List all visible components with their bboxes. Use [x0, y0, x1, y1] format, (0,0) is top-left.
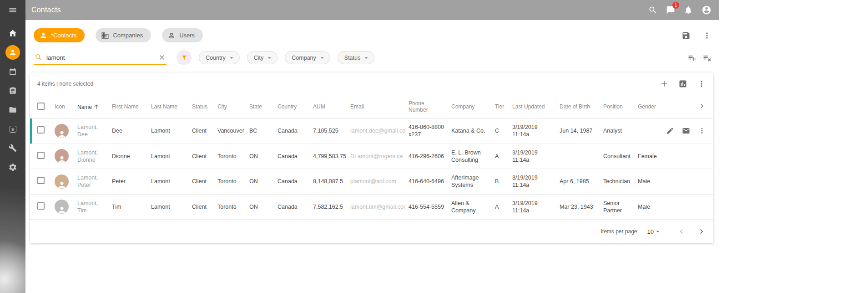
cell-company: Katana & Co. — [448, 118, 491, 144]
search-input[interactable] — [46, 54, 155, 61]
search-icon — [35, 53, 43, 62]
cell-city: Vancouver — [214, 118, 246, 144]
clear-filters-icon[interactable] — [702, 53, 712, 62]
col-email[interactable]: Email — [347, 95, 405, 118]
chevron-down-icon — [228, 54, 235, 62]
col-city[interactable]: City — [214, 95, 246, 118]
table-row[interactable]: Lamont, Dionne Dionne Lamont Client Toro… — [30, 144, 713, 169]
five-icon: 5 — [10, 126, 16, 133]
tabs-more-icon[interactable] — [702, 31, 712, 40]
email-icon[interactable] — [682, 127, 690, 135]
clear-search-icon[interactable] — [158, 54, 166, 61]
sidebar-nav: 5 — [5, 26, 20, 175]
tab-companies[interactable]: Companies — [96, 28, 151, 42]
col-last-updated[interactable]: Last Updated — [509, 95, 556, 118]
menu-icon[interactable] — [0, 0, 25, 20]
row-checkbox[interactable] — [37, 177, 45, 184]
topbar: Contacts 1 — [25, 0, 719, 20]
col-last-name[interactable]: Last Name — [147, 95, 188, 118]
app-window: 5 Contacts 1 *Contacts — [0, 0, 719, 293]
cell-name: Lamont, Peter — [74, 169, 108, 195]
cell-name: Lamont, Tim — [74, 194, 108, 220]
col-state[interactable]: State — [246, 95, 274, 118]
scroll-columns-icon[interactable] — [698, 102, 706, 110]
account-icon[interactable] — [701, 5, 712, 15]
cell-gender: Male — [634, 169, 667, 195]
filter-status[interactable]: Status — [338, 51, 374, 64]
row-checkbox[interactable] — [37, 126, 45, 134]
chevron-down-icon — [318, 54, 326, 62]
col-first-name[interactable]: First Name — [108, 95, 147, 118]
next-page-icon[interactable] — [697, 227, 706, 236]
cell-phone: 416-860-8800 x237 — [405, 118, 448, 144]
col-position[interactable]: Position — [600, 95, 634, 118]
person-icon — [39, 31, 47, 40]
save-view-icon[interactable] — [681, 31, 691, 40]
cell-phone: 416-554-5559 — [405, 194, 448, 220]
cell-tier: A — [491, 144, 509, 169]
tab-contacts[interactable]: *Contacts — [34, 28, 85, 42]
messages-icon[interactable]: 1 — [666, 5, 675, 15]
table-toolbar: 4 items | none selected — [30, 72, 713, 95]
cell-status: Client — [188, 194, 214, 220]
row-checkbox[interactable] — [37, 152, 45, 159]
edit-icon[interactable] — [667, 127, 674, 135]
cell-aum: 7,582,162.5 — [309, 194, 347, 220]
cell-last-name: Lamont — [147, 118, 188, 144]
table-row[interactable]: Lamont, Tim Tim Lamont Client Toronto ON… — [30, 194, 713, 220]
tab-users[interactable]: Users — [162, 28, 203, 42]
sidebar-item-tasks[interactable] — [5, 83, 20, 98]
add-contact-icon[interactable] — [660, 79, 669, 88]
col-gender[interactable]: Gender — [634, 95, 667, 118]
search-box — [34, 51, 167, 65]
cell-position: Consultant — [600, 144, 634, 169]
col-date-of-birth[interactable]: Date of Birth — [556, 95, 600, 118]
selection-summary: 4 items | none selected — [37, 81, 93, 87]
sidebar-item-five[interactable]: 5 — [5, 122, 20, 136]
filter-company[interactable]: Company — [285, 51, 330, 64]
filter-city-label: City — [254, 55, 264, 61]
notifications-icon[interactable] — [684, 5, 693, 15]
row-checkbox[interactable] — [37, 202, 45, 210]
view-tabs-row: *Contacts Companies Users — [34, 28, 712, 42]
col-tier[interactable]: Tier — [491, 95, 509, 118]
select-all-checkbox[interactable] — [37, 103, 45, 110]
filter-city[interactable]: City — [247, 51, 278, 64]
col-country[interactable]: Country — [274, 95, 309, 118]
page-size-select[interactable]: 10 — [647, 228, 661, 235]
table-more-icon[interactable] — [697, 79, 706, 88]
row-more-icon[interactable] — [698, 127, 706, 135]
sidebar-item-contacts[interactable] — [5, 45, 20, 60]
sidebar-item-calendar[interactable] — [5, 64, 20, 79]
chevron-down-icon — [654, 228, 661, 235]
cell-status: Client — [188, 118, 214, 144]
cell-aum: 8,148,087.5 — [309, 169, 347, 195]
col-aum[interactable]: AUM — [309, 95, 347, 118]
table-row[interactable]: Lamont, Peter Peter Lamont Client Toront… — [30, 169, 713, 195]
global-search-icon[interactable] — [648, 5, 657, 15]
cell-city: Toronto — [214, 144, 246, 169]
cell-last-name: Lamont — [147, 144, 188, 169]
col-status[interactable]: Status — [188, 95, 214, 118]
building-icon — [101, 31, 109, 40]
filter-country[interactable]: Country — [199, 51, 240, 64]
cell-email: lamont.dee@gmail.com — [347, 118, 405, 144]
chevron-down-icon — [266, 54, 273, 62]
table-row[interactable]: Lamont, Dee Dee Lamont Client Vancouver … — [30, 118, 713, 144]
sidebar-item-documents[interactable] — [5, 103, 20, 117]
chart-view-icon[interactable] — [678, 79, 687, 88]
sidebar-item-tools[interactable] — [5, 141, 20, 155]
prev-page-icon[interactable] — [677, 227, 686, 236]
sidebar-item-settings[interactable] — [5, 160, 20, 175]
col-company[interactable]: Company — [448, 95, 491, 118]
add-filter-icon[interactable] — [687, 53, 696, 62]
cell-company: Afterimage Systems — [448, 169, 491, 195]
cell-country: Canada — [274, 144, 309, 169]
col-name[interactable]: Name — [74, 95, 108, 118]
cell-last-updated: 3/19/2019 11:14a — [509, 144, 556, 169]
cell-state: BC — [246, 118, 274, 144]
col-phone[interactable]: Phone Number — [405, 95, 448, 118]
cell-last-updated: 3/19/2019 11:14a — [509, 194, 556, 220]
sidebar-item-home[interactable] — [5, 26, 20, 41]
filter-funnel-icon[interactable] — [177, 50, 192, 65]
